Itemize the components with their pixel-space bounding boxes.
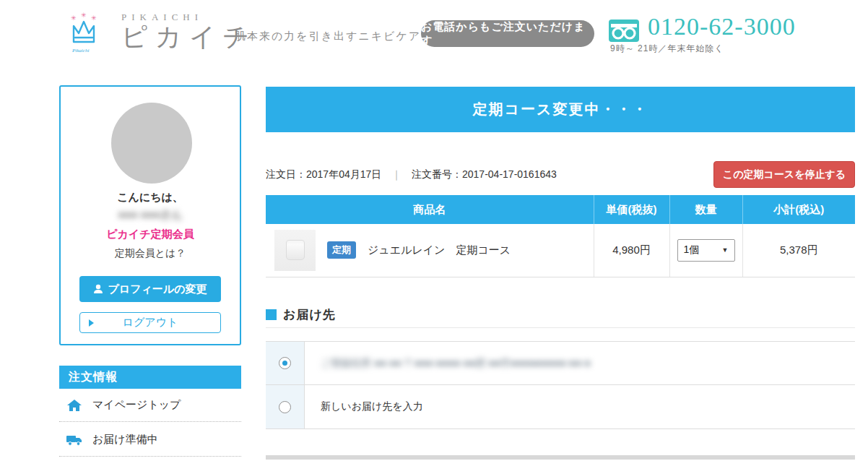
freedial-icon	[609, 20, 639, 42]
col-header-subtotal: 小計(税込)	[742, 195, 855, 224]
radio-registered-address[interactable]	[279, 357, 291, 369]
order-number: 注文番号：2017-04-17-0161643	[412, 168, 557, 181]
table-header-row: 商品名 単価(税抜) 数量 小計(税込)	[266, 195, 855, 224]
logout-button[interactable]: ログアウト	[79, 312, 221, 333]
meta-separator: ｜	[391, 168, 402, 181]
unit-price-value: 4,980円	[594, 224, 669, 277]
sidebar-item-label: お届け準備中	[92, 433, 158, 447]
sidebar-item-label: マイページトップ	[92, 398, 181, 412]
brand-tagline: 肌本来の力を引き出すニキビケア	[235, 30, 421, 43]
delivery-option-new[interactable]: 新しいお届け先を入力	[266, 385, 855, 428]
product-thumbnail	[274, 230, 316, 271]
svg-text:Pikaichi: Pikaichi	[71, 48, 89, 53]
col-header-quantity: 数量	[669, 195, 742, 224]
profile-card: こんにちは、 ●●● ●●●さん ピカイチ定期会員 定期会員とは？ プロフィール…	[59, 85, 241, 345]
quantity-value: 1個	[684, 244, 700, 257]
phone-number: 0120-62-3000	[648, 13, 796, 40]
edit-profile-button[interactable]: プロフィールの変更	[79, 276, 221, 302]
brand-logo[interactable]: ✳✳✳ Pikaichi PIKAICHI ピカイチ	[66, 12, 256, 59]
col-header-product: 商品名	[266, 195, 594, 224]
sidebar-item-mypage-top[interactable]: マイページトップ	[59, 389, 241, 422]
greeting-text: こんにちは、	[61, 191, 240, 204]
order-meta: 注文日：2017年04月17日 ｜ 注文番号：2017-04-17-016164…	[266, 168, 557, 181]
registered-address-text: ご登録住所 ●● ●● 〒●●●-●●●● ●●府 ●●市●●●●●●●●●-●…	[305, 342, 591, 384]
table-row: 定期 ジュエルレイン 定期コース 4,980円 1個 ▼ 5,378円	[266, 224, 855, 277]
crown-icon: ✳✳✳ Pikaichi	[66, 12, 101, 59]
radio-new-address[interactable]	[279, 401, 291, 413]
new-address-label: 新しいお届け先を入力	[305, 385, 423, 428]
truck-icon	[66, 434, 82, 447]
svg-text:✳: ✳	[81, 12, 87, 19]
sidebar-section-order-info: 注文情報	[59, 366, 241, 389]
membership-status: ピカイチ定期会員	[61, 228, 240, 241]
section-divider	[266, 327, 855, 328]
bottom-divider	[266, 455, 855, 460]
delivery-option-registered[interactable]: ご登録住所 ●● ●● 〒●●●-●●●● ●●府 ●●市●●●●●●●●●-●…	[266, 342, 855, 385]
page: ✳✳✳ Pikaichi PIKAICHI ピカイチ 肌本来の力を引き出すニキビ…	[0, 0, 868, 461]
logout-label: ログアウト	[123, 316, 178, 329]
section-bullet-icon	[266, 309, 277, 320]
product-name: ジュエルレイン 定期コース	[368, 244, 511, 257]
avatar	[111, 103, 192, 184]
phone-order-banner: お電話からもご注文いただけます	[421, 20, 594, 47]
delivery-options: ご登録住所 ●● ●● 〒●●●-●●●● ●●府 ●●市●●●●●●●●●-●…	[266, 341, 855, 429]
member-name: ●●● ●●●さん	[61, 208, 240, 222]
svg-text:✳: ✳	[71, 14, 77, 22]
page-title-banner: 定期コース変更中・・・	[266, 87, 855, 132]
play-icon	[89, 319, 94, 327]
quantity-select[interactable]: 1個 ▼	[677, 239, 735, 262]
person-icon	[93, 284, 103, 294]
subscription-badge: 定期	[327, 241, 356, 259]
brand-name-en: PIKAICHI	[121, 12, 256, 23]
home-icon	[66, 399, 82, 412]
stop-subscription-button[interactable]: この定期コースを停止する	[713, 161, 855, 188]
order-items-table: 商品名 単価(税抜) 数量 小計(税込) 定期 ジュエルレイン 定期コース 4,…	[266, 195, 855, 277]
chevron-down-icon: ▼	[722, 246, 729, 254]
delivery-section-header: お届け先	[266, 306, 336, 323]
membership-info-link[interactable]: 定期会員とは？	[61, 247, 240, 260]
edit-profile-label: プロフィールの変更	[108, 283, 207, 296]
svg-text:✳: ✳	[91, 14, 97, 22]
phone-hours: 9時～ 21時／年末年始除く	[610, 43, 724, 55]
sidebar-item-preparing-delivery[interactable]: お届け準備中	[59, 423, 241, 457]
subtotal-value: 5,378円	[742, 224, 855, 277]
col-header-unit-price: 単価(税抜)	[594, 195, 669, 224]
order-date: 注文日：2017年04月17日	[266, 168, 381, 181]
delivery-section-title: お届け先	[283, 306, 336, 323]
